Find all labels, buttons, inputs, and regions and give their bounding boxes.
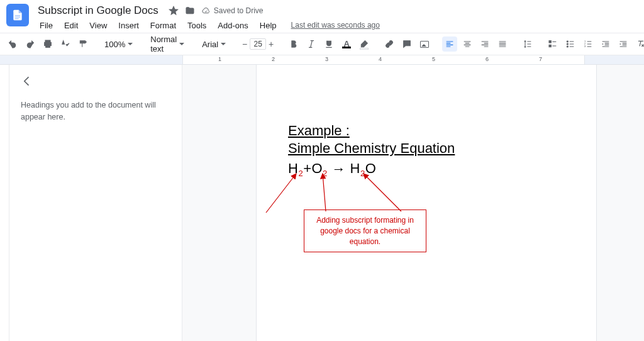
svg-rect-5 (46, 45, 50, 47)
move-icon[interactable] (185, 6, 195, 16)
undo-button[interactable] (5, 36, 20, 52)
svg-rect-2 (15, 18, 19, 19)
outline-placeholder: Headings you add to the document will ap… (21, 99, 165, 123)
vertical-ruler[interactable] (0, 65, 9, 341)
line-spacing-button[interactable] (520, 36, 535, 52)
align-right-button[interactable] (477, 36, 492, 52)
svg-point-9 (567, 43, 569, 45)
last-edit-link[interactable]: Last edit was seconds ago (291, 21, 380, 30)
align-left-button[interactable] (442, 36, 457, 52)
star-icon[interactable] (169, 6, 179, 16)
paint-format-button[interactable] (75, 36, 91, 52)
editor-canvas[interactable]: Example : Simple Chemistry Equation H2+O… (182, 65, 644, 341)
menu-help[interactable]: Help (254, 20, 282, 31)
document-outline: Headings you add to the document will ap… (9, 65, 182, 341)
text-color-button[interactable]: A (339, 36, 354, 52)
chevron-down-icon (179, 43, 184, 45)
image-icon (420, 41, 429, 48)
app-header: Subscript in Google Docs Saved to Drive … (0, 0, 644, 33)
print-button[interactable] (40, 36, 55, 52)
page[interactable]: Example : Simple Chemistry Equation H2+O… (257, 65, 596, 341)
text-line-2[interactable]: Simple Chemistry Equation (288, 140, 455, 156)
align-center-button[interactable] (460, 36, 475, 52)
highlight-color-button[interactable] (357, 36, 372, 52)
insert-image-button[interactable] (417, 36, 432, 52)
svg-text:3: 3 (584, 45, 586, 48)
menu-tools[interactable]: Tools (182, 20, 212, 31)
font-dropdown[interactable]: Arial (198, 36, 230, 52)
svg-point-10 (567, 46, 569, 47)
font-size-input[interactable]: 25 (250, 38, 266, 50)
font-size-decrease[interactable]: − (240, 39, 250, 49)
chevron-down-icon (221, 43, 226, 45)
saved-status-label: Saved to Drive (214, 6, 264, 15)
svg-rect-7 (549, 45, 551, 47)
docs-product-icon[interactable] (6, 4, 29, 26)
menu-format[interactable]: Format (145, 20, 182, 31)
text-line-1[interactable]: Example : (288, 123, 350, 138)
saved-status[interactable]: Saved to Drive (201, 6, 264, 16)
annotation-callout[interactable]: Adding subscript formating in google doc… (304, 210, 426, 252)
document-title[interactable]: Subscript in Google Docs (34, 3, 162, 18)
menu-addons[interactable]: Add-ons (212, 20, 253, 31)
chevron-down-icon (128, 43, 133, 45)
align-justify-button[interactable] (495, 36, 510, 52)
bulleted-list-button[interactable] (563, 36, 578, 52)
menu-file[interactable]: File (34, 20, 58, 31)
spellcheck-button[interactable] (58, 36, 73, 52)
decrease-indent-button[interactable] (598, 36, 613, 52)
zoom-dropdown[interactable]: 100% (101, 36, 136, 52)
svg-line-14 (266, 174, 296, 213)
numbered-list-button[interactable]: 123 (580, 36, 596, 52)
underline-button[interactable] (321, 36, 336, 52)
italic-button[interactable] (304, 36, 319, 52)
redo-button[interactable] (23, 36, 38, 52)
insert-comment-button[interactable] (399, 36, 414, 52)
horizontal-ruler[interactable]: 1 2 3 4 5 6 7 (0, 55, 644, 65)
svg-rect-1 (15, 17, 20, 18)
svg-point-8 (567, 41, 569, 42)
clear-formatting-button[interactable] (633, 36, 644, 52)
menu-view[interactable]: View (84, 20, 113, 31)
bold-button[interactable] (286, 36, 301, 52)
increase-indent-button[interactable] (616, 36, 631, 52)
menu-insert[interactable]: Insert (113, 20, 145, 31)
font-size-increase[interactable]: + (266, 39, 276, 49)
outline-back-icon[interactable] (21, 75, 170, 89)
svg-line-15 (323, 174, 326, 211)
toolbar: 100% Normal text Arial − 25 + A 123 (0, 33, 644, 55)
menu-bar: File Edit View Insert Format Tools Add-o… (34, 18, 638, 33)
menu-edit[interactable]: Edit (58, 20, 84, 31)
insert-link-button[interactable] (382, 36, 397, 52)
svg-line-16 (364, 174, 401, 211)
checklist-button[interactable] (545, 36, 560, 52)
paragraph-style-dropdown[interactable]: Normal text (147, 36, 188, 52)
svg-rect-0 (15, 15, 20, 16)
